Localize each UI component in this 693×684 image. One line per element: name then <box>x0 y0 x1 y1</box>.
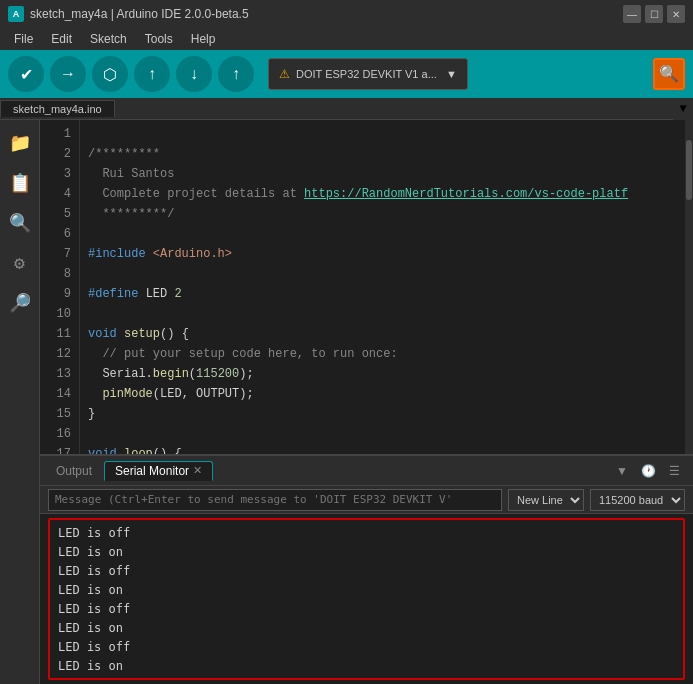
menu-tools[interactable]: Tools <box>137 30 181 48</box>
code-line-10: void setup() { <box>88 327 189 341</box>
serial-line-7: LED is on <box>58 657 675 676</box>
serial-line-8: LED is off <box>58 676 675 680</box>
tab-scroll-down[interactable]: ▼ <box>611 460 633 482</box>
code-line-12: Serial.begin(115200); <box>88 367 254 381</box>
code-line-4: *********/ <box>88 207 174 221</box>
line-num-13: 13 <box>40 364 71 384</box>
bottom-tab-bar: Output Serial Monitor ✕ ▼ 🕐 ☰ <box>40 456 693 486</box>
code-line-6: #include <Arduino.h> <box>88 247 232 261</box>
main-layout: 📁 📋 🔍 ⚙ 🔎 1 2 3 4 5 6 7 8 9 10 11 <box>0 120 693 684</box>
vertical-scrollbar[interactable] <box>685 120 693 454</box>
tab-menu[interactable]: ☰ <box>663 460 685 482</box>
line-num-8: 8 <box>40 264 71 284</box>
line-ending-select[interactable]: New Line <box>508 489 584 511</box>
line-num-9: 9 <box>40 284 71 304</box>
code-line-8: #define LED 2 <box>88 287 182 301</box>
line-num-2: 2 <box>40 144 71 164</box>
serial-message-input[interactable] <box>48 489 502 511</box>
editor-area: 1 2 3 4 5 6 7 8 9 10 11 12 13 14 15 16 1 <box>40 120 693 684</box>
code-scroll[interactable]: 1 2 3 4 5 6 7 8 9 10 11 12 13 14 15 16 1 <box>40 120 693 454</box>
code-line-1: /********* <box>88 147 160 161</box>
tab-controls: ▼ 🕐 ☰ <box>611 460 685 482</box>
output-label[interactable]: Output <box>48 462 100 480</box>
code-line-16: void loop() { <box>88 447 182 454</box>
line-num-4: 4 <box>40 184 71 204</box>
serial-line-4: LED is off <box>58 600 675 619</box>
line-num-11: 11 <box>40 324 71 344</box>
open-button[interactable]: ↑ <box>134 56 170 92</box>
serial-line-5: LED is on <box>58 619 675 638</box>
serial-line-6: LED is off <box>58 638 675 657</box>
save-button[interactable]: ↓ <box>176 56 212 92</box>
menu-bar: File Edit Sketch Tools Help <box>0 28 693 50</box>
serial-line-2: LED is off <box>58 562 675 581</box>
line-num-15: 15 <box>40 404 71 424</box>
serial-line-1: LED is on <box>58 543 675 562</box>
menu-edit[interactable]: Edit <box>43 30 80 48</box>
sidebar-icon-folder[interactable]: 📁 <box>5 128 35 158</box>
title-bar: A sketch_may4a | Arduino IDE 2.0.0-beta.… <box>0 0 693 28</box>
board-selector-text: DOIT ESP32 DEVKIT V1 a... <box>296 68 437 80</box>
sidebar-icon-settings[interactable]: ⚙ <box>5 248 35 278</box>
code-link[interactable]: https://RandomNerdTutorials.com/vs-code-… <box>304 187 628 201</box>
code-content: 1 2 3 4 5 6 7 8 9 10 11 12 13 14 15 16 1 <box>40 120 693 454</box>
file-tab-area: sketch_may4a.ino ▼ <box>0 98 693 120</box>
app-icon: A <box>8 6 24 22</box>
line-num-6: 6 <box>40 224 71 244</box>
bottom-panel: Output Serial Monitor ✕ ▼ 🕐 ☰ New Line <box>40 454 693 684</box>
toolbar: ✔ → ⬡ ↑ ↓ ↑ ⚠ DOIT ESP32 DEVKIT V1 a... … <box>0 50 693 98</box>
serial-monitor-tab-label: Serial Monitor <box>115 464 189 478</box>
close-button[interactable]: ✕ <box>667 5 685 23</box>
code-line-3: Complete project details at https://Rand… <box>88 187 628 201</box>
line-num-16: 16 <box>40 424 71 444</box>
sidebar-icon-board[interactable]: 📋 <box>5 168 35 198</box>
serial-output: LED is off LED is on LED is off LED is o… <box>48 518 685 680</box>
menu-help[interactable]: Help <box>183 30 224 48</box>
line-num-1: 1 <box>40 124 71 144</box>
board-warning-icon: ⚠ <box>279 67 290 81</box>
line-num-17: 17 <box>40 444 71 454</box>
toolbar-right: 🔍 <box>653 58 685 90</box>
title-bar-controls: — ☐ ✕ <box>623 5 685 23</box>
sidebar-icon-search[interactable]: 🔍 <box>5 208 35 238</box>
code-line-11: // put your setup code here, to run once… <box>88 347 398 361</box>
tab-dropdown-button[interactable]: ▼ <box>673 98 693 120</box>
code-display: /********* Rui Santos Complete project d… <box>80 120 685 454</box>
code-line-5 <box>88 227 95 241</box>
board-selector[interactable]: ⚠ DOIT ESP32 DEVKIT V1 a... ▼ <box>268 58 468 90</box>
line-num-10: 10 <box>40 304 71 324</box>
code-line-9 <box>88 307 95 321</box>
baud-rate-select[interactable]: 115200 baud <box>590 489 685 511</box>
minimize-button[interactable]: — <box>623 5 641 23</box>
serial-input-row: New Line 115200 baud <box>40 486 693 514</box>
code-line-14: } <box>88 407 95 421</box>
serial-line-3: LED is on <box>58 581 675 600</box>
verify-button[interactable]: ✔ <box>8 56 44 92</box>
board-dropdown-arrow: ▼ <box>446 68 457 80</box>
sidebar-icon-debug[interactable]: 🔎 <box>5 288 35 318</box>
menu-sketch[interactable]: Sketch <box>82 30 135 48</box>
menu-file[interactable]: File <box>6 30 41 48</box>
tab-timestamp[interactable]: 🕐 <box>637 460 659 482</box>
new-button[interactable]: ⬡ <box>92 56 128 92</box>
search-button[interactable]: 🔍 <box>653 58 685 90</box>
upload-button[interactable]: → <box>50 56 86 92</box>
serial-monitor-tab[interactable]: Serial Monitor ✕ <box>104 461 213 481</box>
code-line-15 <box>88 427 95 441</box>
upload2-button[interactable]: ↑ <box>218 56 254 92</box>
line-num-5: 5 <box>40 204 71 224</box>
line-num-14: 14 <box>40 384 71 404</box>
serial-monitor-close[interactable]: ✕ <box>193 464 202 477</box>
code-line-7 <box>88 267 95 281</box>
code-line-13: pinMode(LED, OUTPUT); <box>88 387 254 401</box>
scrollbar-thumb[interactable] <box>686 140 692 200</box>
title-bar-title: sketch_may4a | Arduino IDE 2.0.0-beta.5 <box>30 7 249 21</box>
maximize-button[interactable]: ☐ <box>645 5 663 23</box>
serial-line-0: LED is off <box>58 524 675 543</box>
line-num-7: 7 <box>40 244 71 264</box>
line-num-3: 3 <box>40 164 71 184</box>
left-sidebar: 📁 📋 🔍 ⚙ 🔎 <box>0 120 40 684</box>
line-num-12: 12 <box>40 344 71 364</box>
title-bar-left: A sketch_may4a | Arduino IDE 2.0.0-beta.… <box>8 6 249 22</box>
file-tab[interactable]: sketch_may4a.ino <box>0 100 115 117</box>
